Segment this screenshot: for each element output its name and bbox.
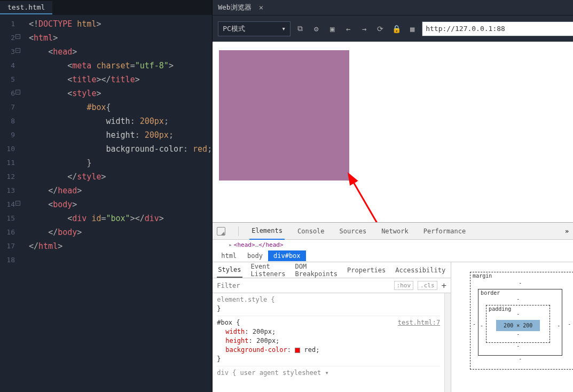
tab-performance[interactable]: Performance <box>421 223 468 239</box>
grid-icon[interactable]: ▦ <box>408 25 417 33</box>
crumb-body[interactable]: body <box>242 250 268 261</box>
box-model-pane: margin - - - border - - - padding - 200 … <box>451 262 573 392</box>
toolbar-icons: ⧉ ⚙ ▣ ← → ⟳ 🔒 ▦ <box>296 25 417 33</box>
external-icon[interactable]: ⧉ <box>296 25 304 33</box>
screenshot-icon[interactable]: ▣ <box>328 25 336 33</box>
box-model-margin[interactable]: margin - - - border - - - padding - 200 … <box>470 272 573 370</box>
subtab-accessibility[interactable]: Accessibility <box>394 263 446 277</box>
code-area[interactable]: <!DOCTYPE html><html> <head> <meta chars… <box>19 15 212 392</box>
rendered-box[interactable] <box>219 50 349 181</box>
hov-toggle[interactable]: :hov <box>394 281 414 290</box>
line-gutter: 12−3−456−7891011121314−15161718 <box>0 15 19 392</box>
crumb-divbox[interactable]: div#box <box>268 250 306 261</box>
box-model-border[interactable]: border - - - padding - 200 × 200 - - <box>478 289 562 356</box>
url-input[interactable]: http://127.0.0.1:88 <box>422 21 573 36</box>
subtab-styles[interactable]: Styles <box>217 263 242 278</box>
inspect-icon[interactable] <box>217 227 225 236</box>
browser-tab-bar: Web浏览器 × <box>213 0 573 15</box>
lock-icon[interactable]: 🔒 <box>392 25 401 33</box>
tab-elements[interactable]: Elements <box>249 223 285 240</box>
filter-row: :hov .cls + <box>213 278 451 293</box>
tab-sources[interactable]: Sources <box>337 223 369 239</box>
browser-tab-title[interactable]: Web浏览器 <box>218 3 251 12</box>
color-swatch[interactable] <box>295 348 300 353</box>
editor-tab-bar: test.html <box>0 0 212 15</box>
scrollbar[interactable] <box>444 293 451 392</box>
reload-icon[interactable]: ⟳ <box>376 25 384 33</box>
subtab-properties[interactable]: Properties <box>346 263 387 277</box>
styles-pane: Styles Event Listeners DOM Breakpoints P… <box>213 262 451 392</box>
tab-console[interactable]: Console <box>295 223 327 239</box>
styles-subtabs: Styles Event Listeners DOM Breakpoints P… <box>213 262 451 278</box>
editor-body[interactable]: 12−3−456−7891011121314−15161718 <!DOCTYP… <box>0 15 212 392</box>
browser-pane: Web浏览器 × PC模式▾ ⧉ ⚙ ▣ ← → ⟳ 🔒 ▦ http://12… <box>212 0 573 392</box>
mode-select[interactable]: PC模式▾ <box>218 21 291 36</box>
elements-tree-line[interactable]: ▸<head>…</head> <box>213 240 573 249</box>
box-model-content[interactable]: 200 × 200 <box>496 320 540 331</box>
close-icon[interactable]: × <box>259 3 263 12</box>
viewport <box>213 42 573 222</box>
back-icon[interactable]: ← <box>344 25 352 33</box>
devtools: ▣ ✕ Elements Console Sources Network Per… <box>213 222 573 392</box>
source-link[interactable]: test.html:7 <box>398 318 440 327</box>
add-rule-icon[interactable]: + <box>442 280 447 291</box>
more-tabs-icon[interactable]: » <box>565 228 569 235</box>
devtools-tabs: Elements Console Sources Network Perform… <box>213 223 573 240</box>
gear-icon[interactable]: ⚙ <box>312 25 320 33</box>
breadcrumb: html body div#box <box>213 249 573 262</box>
css-rules[interactable]: element.style { } test.html:7 #box { wid… <box>213 293 444 392</box>
code-editor-pane: test.html 12−3−456−7891011121314−1516171… <box>0 0 212 392</box>
crumb-html[interactable]: html <box>216 250 242 261</box>
tab-network[interactable]: Network <box>379 223 411 239</box>
editor-tab[interactable]: test.html <box>0 1 52 14</box>
browser-toolbar: PC模式▾ ⧉ ⚙ ▣ ← → ⟳ 🔒 ▦ http://127.0.0.1:8… <box>213 15 573 42</box>
filter-input[interactable] <box>217 282 389 289</box>
box-model-padding[interactable]: padding - 200 × 200 - <box>486 305 550 343</box>
cls-toggle[interactable]: .cls <box>418 281 437 290</box>
chevron-down-icon: ▾ <box>281 25 286 33</box>
svg-line-0 <box>352 181 450 222</box>
forward-icon[interactable]: → <box>360 25 368 33</box>
